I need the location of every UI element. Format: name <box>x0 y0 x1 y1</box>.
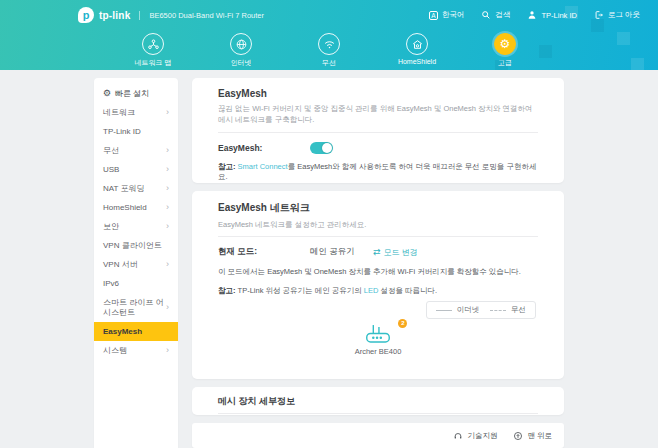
search-label: 검색 <box>495 10 510 20</box>
main-content: EasyMesh 끊김 없는 Wi-Fi 커버리지 및 중앙 집중식 관리를 위… <box>192 78 564 448</box>
chevron-right-icon <box>166 303 169 312</box>
easymesh-card: EasyMesh 끊김 없는 Wi-Fi 커버리지 및 중앙 집중식 관리를 위… <box>192 78 564 183</box>
page-footer: 기술지원 맨 위로 <box>192 423 564 448</box>
language-label: 한국어 <box>442 10 465 20</box>
dashed-line-icon <box>490 310 506 311</box>
sidebar-item-ipv6[interactable]: IPv6 <box>94 274 178 293</box>
sidebar-item-tplink-id[interactable]: TP-Link ID <box>94 122 178 141</box>
swap-arrows-icon <box>373 248 381 257</box>
sidebar-item-vpn-server[interactable]: VPN 서버 <box>94 255 178 274</box>
chevron-right-icon <box>166 108 169 117</box>
nav-label: 인터넷 <box>231 58 252 68</box>
easymesh-card-description: 끊김 없는 Wi-Fi 커버리지 및 중앙 집중식 관리를 위해 EasyMes… <box>218 103 538 126</box>
divider <box>218 236 538 237</box>
easymesh-card-title: EasyMesh <box>218 88 538 99</box>
back-to-top-link[interactable]: 맨 위로 <box>513 431 552 441</box>
chevron-right-icon <box>166 165 169 174</box>
network-card-subtitle: EasyMesh 네트워크를 설정하고 관리하세요. <box>218 219 538 230</box>
note-label: 참고: <box>218 162 236 171</box>
legend-ethernet-label: 이더넷 <box>457 305 480 315</box>
sidebar-item-usb[interactable]: USB <box>94 160 178 179</box>
homeshield-icon <box>411 38 424 51</box>
mesh-device-details-card: 메시 장치 세부정보 <box>192 387 564 416</box>
header-bar: p tp-link BE6500 Dual-Band Wi-Fi 7 Route… <box>0 0 658 30</box>
logout-icon <box>594 10 604 20</box>
easymesh-network-card: EasyMesh 네트워크 EasyMesh 네트워크를 설정하고 관리하세요.… <box>192 191 564 379</box>
client-count-badge: 2 <box>398 319 407 328</box>
sidebar-item-quick-setup[interactable]: ⚙빠른 설치 <box>94 84 178 103</box>
mode-description: 이 모드에서는 EasyMesh 및 OneMesh 장치를 추가해 Wi-Fi… <box>218 267 538 278</box>
sidebar-item-wireless[interactable]: 무선 <box>94 141 178 160</box>
network-note: 참고: TP-Link 위성 공유기는 메인 공유기의 LED 설정을 따릅니다… <box>218 286 538 297</box>
nav-item-homeshield[interactable]: HomeShield <box>391 33 443 65</box>
sidebar-item-system[interactable]: 시스템 <box>94 341 178 360</box>
nav-label: 무선 <box>322 58 336 68</box>
tplink-id-button[interactable]: TP-Link ID <box>527 10 576 20</box>
easymesh-toggle-label: EasyMesh: <box>218 143 310 153</box>
network-map-icon <box>147 38 160 51</box>
note-text: 설정을 따릅니다. <box>378 286 437 295</box>
smart-connect-link[interactable]: Smart Connect <box>238 162 288 171</box>
router-icon <box>363 322 393 345</box>
router-admin-page: p tp-link BE6500 Dual-Band Wi-Fi 7 Route… <box>0 0 658 448</box>
change-mode-link[interactable]: 모드 변경 <box>373 247 418 258</box>
tech-support-label: 기술지원 <box>467 431 497 441</box>
header-actions: 한국어 검색 TP-Link ID <box>429 10 640 20</box>
nav-label: 네트워크 맵 <box>135 58 172 68</box>
language-icon <box>429 11 438 20</box>
page-body: ⚙빠른 설치 네트워크 TP-Link ID 무선 USB NAT 포워딩 <box>0 70 658 448</box>
sidebar-item-smart-life-assistant[interactable]: 스마트 라이프 어시스턴트 <box>94 293 178 322</box>
back-to-top-label: 맨 위로 <box>527 431 552 441</box>
sidebar-item-homeshield[interactable]: HomeShield <box>94 198 178 217</box>
chevron-right-icon <box>166 346 169 355</box>
chevron-right-icon <box>166 203 169 212</box>
mesh-details-title: 메시 장치 세부정보 <box>218 395 538 408</box>
solid-line-icon <box>436 310 452 311</box>
led-link[interactable]: LED <box>364 286 379 295</box>
sidebar-item-easymesh[interactable]: EasyMesh <box>94 322 178 341</box>
current-mode-label: 현재 모드: <box>218 246 310 258</box>
tech-support-link[interactable]: 기술지원 <box>453 431 497 441</box>
quick-setup-gear-icon: ⚙ <box>103 89 111 98</box>
settings-sidebar: ⚙빠른 설치 네트워크 TP-Link ID 무선 USB NAT 포워딩 <box>94 78 178 448</box>
logout-button[interactable]: 로그 아웃 <box>594 10 640 20</box>
network-card-title: EasyMesh 네트워크 <box>218 201 538 215</box>
chevron-right-icon <box>166 222 169 231</box>
sidebar-item-vpn-client[interactable]: VPN 클라이언트 <box>94 236 178 255</box>
sidebar-item-nat-forwarding[interactable]: NAT 포워딩 <box>94 179 178 198</box>
internet-globe-icon <box>235 38 248 51</box>
language-selector[interactable]: 한국어 <box>429 10 465 20</box>
logout-label: 로그 아웃 <box>608 10 640 20</box>
brand-logo: p tp-link <box>78 7 130 23</box>
divider <box>218 413 538 414</box>
nav-item-advanced[interactable]: ⚙ 고급 <box>479 33 531 68</box>
arrow-up-circle-icon <box>513 431 523 441</box>
nav-item-wireless[interactable]: 무선 <box>303 33 355 68</box>
chevron-right-icon <box>166 184 169 193</box>
mesh-topology: 2 Archer BE400 <box>218 322 538 358</box>
nav-label: 고급 <box>498 58 512 68</box>
chevron-right-icon <box>166 260 169 269</box>
sidebar-item-network[interactable]: 네트워크 <box>94 103 178 122</box>
nav-label: HomeShield <box>398 58 436 65</box>
easymesh-toggle[interactable] <box>310 142 333 154</box>
sidebar-item-security[interactable]: 보안 <box>94 217 178 236</box>
advanced-gear-icon: ⚙ <box>500 38 511 50</box>
legend-wireless: 무선 <box>490 305 526 315</box>
tplink-logo-icon: p <box>78 7 94 23</box>
legend-wireless-label: 무선 <box>511 305 526 315</box>
connection-legend: 이더넷 무선 <box>426 301 537 319</box>
brand-name: tp-link <box>99 10 130 21</box>
nav-item-internet[interactable]: 인터넷 <box>215 33 267 68</box>
change-mode-label: 모드 변경 <box>383 247 417 258</box>
search-button[interactable]: 검색 <box>481 10 510 20</box>
easymesh-note: 참고: Smart Connect를 EasyMesh와 함께 사용하도록 하여… <box>218 162 538 183</box>
router-model-label: BE6500 Dual-Band Wi-Fi 7 Router <box>139 11 264 20</box>
note-label: 참고: <box>218 286 236 295</box>
main-router-node[interactable]: 2 Archer BE400 <box>355 322 402 356</box>
search-icon <box>481 10 491 20</box>
divider <box>218 132 538 133</box>
nav-item-network-map[interactable]: 네트워크 맵 <box>127 33 179 68</box>
chevron-right-icon <box>166 146 169 155</box>
current-mode-value: 메인 공유기 <box>310 246 355 258</box>
